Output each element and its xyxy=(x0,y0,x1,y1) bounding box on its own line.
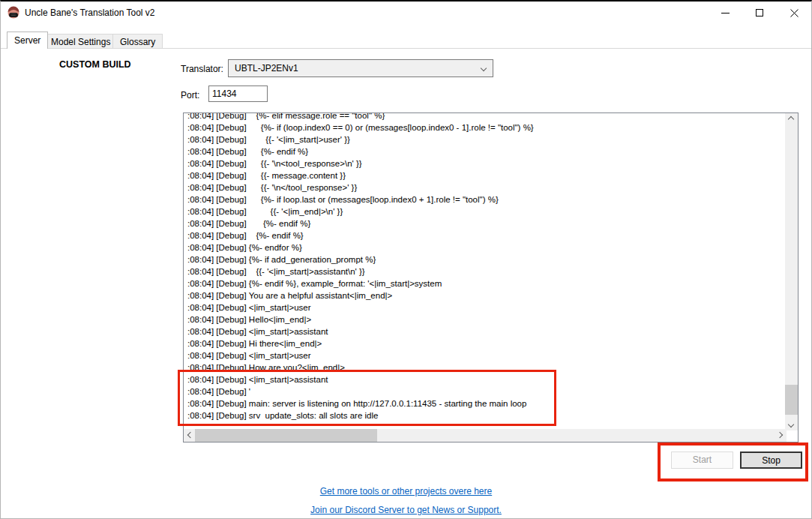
minimize-icon xyxy=(721,13,730,14)
log-line: :08:04] [Debug] {%- endfor %} xyxy=(187,242,783,254)
start-button[interactable]: Start xyxy=(671,452,733,469)
log-line: :08:04] [Debug] {{- '\n</tool_response>'… xyxy=(187,182,783,194)
more-tools-link[interactable]: Get more tools or other projects overe h… xyxy=(1,486,811,496)
scroll-right-icon[interactable] xyxy=(777,432,783,438)
log-line: :08:04] [Debug] main: server is listenin… xyxy=(187,398,783,410)
log-line: :08:04] [Debug] Hi there<|im_end|> xyxy=(187,338,783,350)
log-line: :08:04] [Debug] {%- if (loop.index0 == 0… xyxy=(187,122,783,134)
log-line: :08:04] [Debug] {%- endif %} xyxy=(187,230,783,242)
log-line: :08:04] [Debug] {%- endif %}, example_fo… xyxy=(187,278,783,290)
scroll-down-icon[interactable] xyxy=(788,422,794,428)
footer-links: Get more tools or other projects overe h… xyxy=(1,486,811,519)
window-title: Uncle Bane's Translation Tool v2 xyxy=(25,8,155,18)
log-line: :08:04] [Debug] {{- message.content }} xyxy=(187,170,783,182)
log-line: :08:04] [Debug] srv update_slots: all sl… xyxy=(187,410,783,422)
tab-model-settings[interactable]: Model Settings xyxy=(43,34,118,49)
horizontal-scrollbar[interactable] xyxy=(184,429,787,442)
log-line: :08:04] [Debug] {{- '\n<tool_response>\n… xyxy=(187,158,783,170)
vertical-scroll-thumb[interactable] xyxy=(785,385,798,415)
custom-build-label: CUSTOM BUILD xyxy=(59,59,131,70)
minimize-button[interactable] xyxy=(708,2,742,24)
maximize-icon xyxy=(756,9,763,16)
maximize-button[interactable] xyxy=(742,2,777,24)
log-line: :08:04] [Debug] <|im_start|>user xyxy=(187,350,783,362)
app-icon xyxy=(7,6,20,20)
title-bar: Uncle Bane's Translation Tool v2 xyxy=(1,2,811,32)
log-line: :08:04] [Debug] <|im_start|>assistant xyxy=(187,326,783,338)
tab-server[interactable]: Server xyxy=(7,32,48,49)
vertical-scrollbar[interactable] xyxy=(785,113,798,430)
translator-selected-value: UBTL-JP2ENv1 xyxy=(235,63,298,74)
log-line: :08:04] [Debug] {%- elif message.role ==… xyxy=(187,112,783,122)
log-content: :08:04] [Debug] {%- elif message.role ==… xyxy=(187,112,783,422)
log-line: :08:04] [Debug] {%- if add_generation_pr… xyxy=(187,254,783,266)
chevron-down-icon xyxy=(481,65,487,71)
log-output-panel: :08:04] [Debug] {%- elif message.role ==… xyxy=(183,112,799,442)
close-button[interactable] xyxy=(777,2,811,24)
log-line: :08:04] [Debug] <|im_start|>user xyxy=(187,302,783,314)
log-line: :08:04] [Debug] {{- '<|im_end|>\n' }} xyxy=(187,206,783,218)
horizontal-scroll-thumb[interactable] xyxy=(195,429,377,442)
translator-label: Translator: xyxy=(181,64,223,74)
log-line: :08:04] [Debug] How are you?<|im_end|> xyxy=(187,362,783,374)
port-label: Port: xyxy=(181,90,199,100)
discord-link[interactable]: Join our Discord Server to get News or S… xyxy=(1,505,811,515)
log-line: :08:04] [Debug] Hello<|im_end|> xyxy=(187,314,783,326)
log-line: :08:04] [Debug] ' xyxy=(187,386,783,398)
app-window: Uncle Bane's Translation Tool v2 Server … xyxy=(0,0,812,519)
log-line: :08:04] [Debug] <|im_start|>assistant xyxy=(187,374,783,386)
port-input[interactable] xyxy=(208,86,268,102)
log-line: :08:04] [Debug] {{- '<|im_start|>assista… xyxy=(187,266,783,278)
log-line: :08:04] [Debug] {{- '<|im_start|>user' }… xyxy=(187,134,783,146)
log-line: :08:04] [Debug] {%- if loop.last or (mes… xyxy=(187,194,783,206)
log-line: :08:04] [Debug] {%- endif %} xyxy=(187,146,783,158)
tab-strip: Server Model Settings Glossary xyxy=(1,32,811,49)
tab-glossary[interactable]: Glossary xyxy=(112,34,163,49)
scroll-up-icon[interactable] xyxy=(788,116,794,122)
log-line: :08:04] [Debug] You are a helpful assist… xyxy=(187,290,783,302)
scroll-left-icon[interactable] xyxy=(187,432,193,438)
log-line: :08:04] [Debug] {%- endif %} xyxy=(187,218,783,230)
close-icon xyxy=(790,9,799,17)
translator-dropdown[interactable]: UBTL-JP2ENv1 xyxy=(228,59,493,77)
stop-button[interactable]: Stop xyxy=(740,452,802,469)
